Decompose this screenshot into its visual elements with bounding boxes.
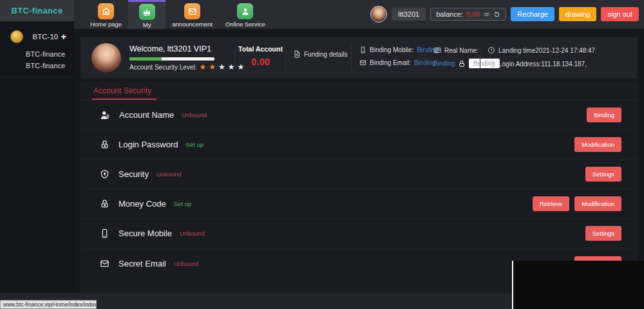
online-service-icon [237,3,253,19]
row-label: Account Name [119,110,174,120]
envelope-icon [359,59,366,66]
binding-mobile-row: Binding Mobile: Binding [359,46,439,53]
add-button[interactable]: + [61,32,66,42]
row-login-password: Login Password Set up Modification [80,130,638,160]
sidebar-group-btc-10[interactable]: BTC-10 + [0,21,74,48]
shield-icon [100,169,109,179]
star-icon: ★ [209,63,216,71]
divider [480,45,480,71]
row-status: Set up [186,141,204,148]
status-bar-url: www.btc-finance.vip/Home/index/index.do# [0,300,97,309]
binding-button[interactable]: Binding [587,108,621,122]
binding-email-row: Binding Email: Binding [359,59,439,66]
home-icon [98,3,114,19]
row-status: Unbound [182,111,207,118]
star-icon: ★ [200,63,207,71]
drawing-button[interactable]: drawing [559,7,597,21]
tab-account-security[interactable]: Account Security [93,86,151,95]
app-logo[interactable]: BTC-finance [0,0,74,21]
nav-label: Online Service [225,21,265,28]
document-icon [293,50,301,58]
user-key-icon [100,110,110,120]
retrieve-button[interactable]: Retrieve [533,196,569,211]
nav-online-service[interactable]: Online Service [219,0,272,29]
tab-bar: Account Security [80,81,638,100]
lock-icon [100,140,109,149]
settings-button[interactable]: Settings [585,167,621,182]
security-level-label: Account Security Level: [129,64,197,71]
coin-icon [10,30,23,43]
balance-label: balance: [436,10,463,18]
nav-my[interactable]: My [128,0,166,29]
user-avatar[interactable] [370,6,387,23]
balance-value: 0.00 [466,10,480,18]
row-label: Secure Mobile [118,229,172,238]
announcement-mail-icon [184,3,200,19]
total-account-value: 0.00 [236,56,285,67]
sidebar-item-btc-finance[interactable]: BTC-finance [0,48,74,60]
row-status: Unbound [156,171,182,178]
sidebar: BTC-10 + BTC-finance BTC-finance [0,21,74,293]
row-label: Login Password [118,140,178,149]
login-info-section: Landing time2021-12-24 17:48:47 Login Ad… [488,46,595,68]
sidebar-divider [0,77,74,77]
real-name-binding-link[interactable]: Binding [433,60,455,67]
modification-button[interactable]: Modification [574,196,621,211]
balance-chip: balance: 0.00 [430,8,506,21]
mobile-icon [100,229,109,238]
row-security: Security Unbound Settings [80,160,638,189]
row-label: Money Code [118,199,166,209]
total-account-section: Total Account 0.00 [236,45,285,67]
row-account-name: Account Name Unbound Binding [80,100,638,130]
security-progress-bar [129,57,214,61]
clock-icon [488,46,495,54]
funding-details-label: Funding details [304,51,348,58]
nav-label: My [143,21,151,28]
security-level-row: Account Security Level: ★ ★ ★ ★ ★ [129,63,244,71]
funding-details-link[interactable]: Funding details [293,50,348,58]
binding-mobile-label: Binding Mobile: [370,46,413,53]
row-money-code: Money Code Set up Retrieve Modification [80,189,638,219]
mobile-icon [359,46,366,53]
black-overlay [512,261,644,309]
sign-out-button[interactable]: sign out [601,7,639,21]
landing-time-row: Landing time2021-12-24 17:48:47 [488,46,595,54]
total-account-label: Total Account [236,45,285,53]
crown-icon [139,4,155,20]
lock-icon [100,199,109,209]
tab-underline [92,98,156,100]
nav-home-page[interactable]: Home page [84,0,128,29]
envelope-icon [100,259,109,268]
star-icon: ★ [218,63,225,71]
login-address-row: Login Address:111.18.134.187, [488,60,595,68]
row-status: Set up [174,200,191,207]
nav-announcement[interactable]: announcement [166,0,219,29]
binding-mobile-email-section: Binding Mobile: Binding Binding Email: B… [359,46,439,66]
user-group: ltt3201 balance: 0.00 Recharge drawing s… [370,6,639,23]
profile-avatar[interactable] [91,43,121,73]
top-navigation-bar: Home page My announcement Online Service… [74,0,644,29]
sidebar-group-label: BTC-10 [30,33,61,41]
recharge-button[interactable]: Recharge [511,7,554,21]
sidebar-item-btc-finance[interactable]: BTC-finance [0,60,74,71]
divider [425,45,426,71]
settings-button[interactable]: Settings [585,226,621,241]
row-label: Secret Email [118,259,166,268]
real-name-label: Real Name: [444,47,478,54]
divider [351,45,352,71]
nav-label: Home page [90,21,122,28]
divider [285,45,286,71]
row-status: Unbound [180,230,205,237]
star-icon: ★ [228,63,235,71]
binding-email-label: Binding Email: [370,59,411,66]
welcome-text: Welcome, ltt3201 VIP1 [129,44,211,53]
row-status: Unbound [174,260,199,267]
modification-button[interactable]: Modification [574,137,621,152]
login-address-text: Login Address:111.18.134.187, [498,61,587,68]
security-progress-fill [129,57,162,61]
refresh-icon[interactable] [493,11,500,18]
row-label: Security [118,169,149,179]
row-secure-mobile: Secure Mobile Unbound Settings [80,219,638,248]
location-pin-icon [488,60,495,68]
eye-icon[interactable] [483,11,490,18]
